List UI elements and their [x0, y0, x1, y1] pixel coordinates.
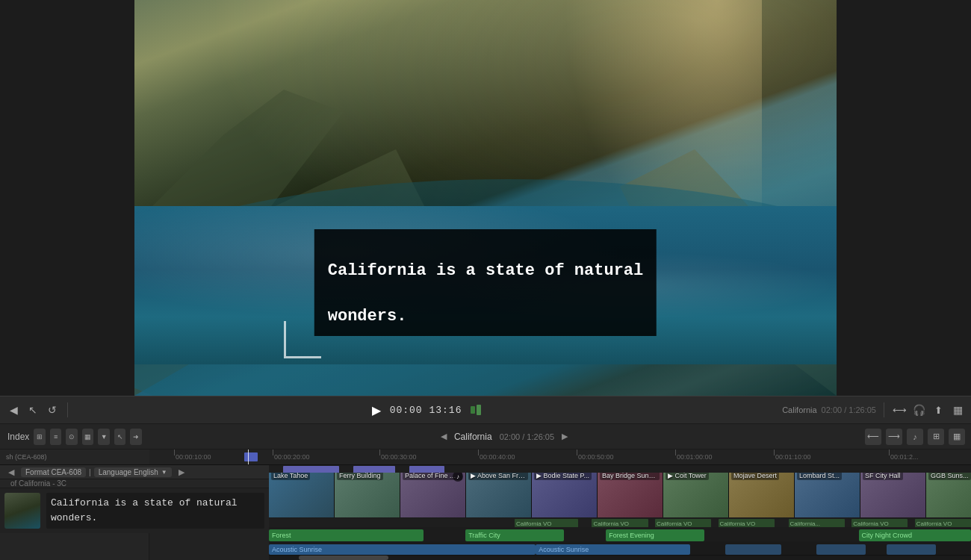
- audio-btn[interactable]: ♪: [907, 429, 923, 445]
- ruler-tick-2: 00:00:20:00: [273, 449, 310, 464]
- bottom-editing-area: ◀ Format CEA-608 | Language English ▼ ▶ …: [0, 464, 971, 560]
- clip-label: GGB Suns...: [928, 473, 971, 480]
- clip-palace[interactable]: Palace of Fine Arts ♪: [400, 473, 466, 518]
- clip-mojave[interactable]: Mojave Desert: [729, 473, 795, 518]
- scroll-right-btn[interactable]: ▶: [562, 432, 568, 441]
- preview-area: California is a state of natural wonders…: [0, 0, 971, 396]
- green-track-forest: Forest: [269, 529, 424, 541]
- video-background: [134, 0, 837, 396]
- subtitle-panel-header: ◀ Format CEA-608 | Language English ▼ ▶: [0, 465, 269, 479]
- clip-sf-city-hall[interactable]: SF City Hall: [860, 473, 926, 518]
- clip-label: Ferry Building: [337, 473, 383, 480]
- clip-ggb[interactable]: GGB Suns...: [926, 473, 971, 518]
- timeline-header-right: ⟵ ⟶ ♪ ⊞ ▦: [859, 429, 971, 445]
- ruler-tick-8: 00:01:2...: [889, 449, 919, 464]
- play-button[interactable]: ▶: [372, 403, 381, 417]
- video-preview[interactable]: California is a state of natural wonders…: [134, 0, 837, 396]
- clip-selection-marker: [244, 452, 258, 461]
- timeline-clip-btn[interactable]: ▦: [82, 429, 94, 445]
- dropdown-btn[interactable]: ▼: [98, 429, 110, 445]
- vu-bar-right: [477, 405, 481, 415]
- green-track-forest-evening: Forest Evening: [606, 529, 704, 541]
- clip-label: Lombard St...: [797, 473, 842, 480]
- clip-bodie[interactable]: ▶ Bodie State P...: [532, 473, 598, 518]
- ruler-tick-6: 00:01:00:00: [675, 449, 713, 464]
- zoom-out-btn[interactable]: ⟵: [865, 429, 881, 445]
- vo-track: California VO: [592, 519, 648, 527]
- clip-label: Mojave Desert: [731, 473, 779, 480]
- clip-view-btn[interactable]: ⊞: [34, 429, 46, 445]
- track-label: sh (CEA-608): [6, 453, 47, 461]
- clip-audio-indicator: ♪: [453, 473, 463, 482]
- toolbar-right: California 02:00 / 1:26:05 ⟷ 🎧 ⬆ ▦: [776, 402, 971, 417]
- tag-view-btn[interactable]: ⊙: [66, 429, 78, 445]
- clip-lombard[interactable]: Lombard St...: [795, 473, 860, 518]
- settings-icon[interactable]: ▦: [950, 402, 965, 417]
- layout-btn[interactable]: ▦: [949, 429, 965, 445]
- ruler-label: sh (CEA-608): [0, 449, 149, 464]
- language-dropdown-icon: ▼: [161, 469, 167, 476]
- caption-track: [269, 465, 971, 473]
- zoom-in-btn[interactable]: ⟶: [886, 429, 902, 445]
- timeline-scrollbar[interactable]: [269, 555, 971, 560]
- zoom-to-fit-icon[interactable]: ⟷: [892, 402, 907, 417]
- clip-ferry-building[interactable]: Ferry Building: [335, 473, 400, 518]
- headphones-icon[interactable]: 🎧: [911, 402, 926, 417]
- panel-prev-btn[interactable]: ◀: [4, 465, 18, 479]
- vo-track: California VO: [655, 519, 711, 527]
- timeline-track-labels: [0, 533, 149, 560]
- language-badge[interactable]: Language English ▼: [94, 467, 172, 477]
- playhead[interactable]: [248, 449, 249, 464]
- left-sidebar-panel: [0, 0, 134, 396]
- clip-label: SF City Hall: [863, 473, 903, 480]
- transport-controls: ▶ 00:00 13:16: [77, 403, 776, 417]
- more-btn[interactable]: ⊞: [928, 429, 944, 445]
- clip-coit-tower[interactable]: ▶ Coit Tower: [663, 473, 729, 518]
- clip-label: ▶ Above San Francisco: [468, 473, 528, 480]
- timeline-name-center: ◀ California 02:00 / 1:26:05 ▶: [149, 432, 859, 442]
- language-label: Language English: [99, 468, 158, 476]
- vo-tracks-row: California VO California VO California V…: [269, 518, 971, 527]
- ruler-tick-5: 00:00:50:00: [577, 449, 614, 464]
- index-label-area: Index ⊞ ≡ ⊙ ▦ ▼ ↖ ➜: [0, 429, 149, 445]
- timeline-ruler: sh (CEA-608) 00:00:10:00 00:00:20:00 00:…: [0, 449, 971, 464]
- audio-track-2: Acoustic Sunrise: [536, 544, 690, 555]
- scrollbar-thumb[interactable]: [299, 556, 388, 560]
- subtitle-text-editor[interactable]: California is a state of natural wonders…: [46, 493, 264, 529]
- cursor-tool-icon[interactable]: ↖: [25, 402, 40, 417]
- vo-track: California VO: [915, 519, 971, 527]
- subtitle-overlay: California is a state of natural wonders…: [314, 229, 657, 336]
- subtitle-project-row: of California - 3C: [0, 479, 269, 488]
- timeline-duration: 02:00 / 1:26:05: [822, 405, 876, 414]
- scroll-left-btn[interactable]: ◀: [441, 432, 447, 441]
- nav-btn[interactable]: ➜: [130, 429, 142, 445]
- back-icon[interactable]: ◀: [6, 402, 21, 417]
- vo-track: California VO: [515, 519, 578, 527]
- export-icon[interactable]: ⬆: [931, 402, 946, 417]
- ruler-track[interactable]: 00:00:10:00 00:00:20:00 00:00:30:00 00:0…: [149, 449, 971, 464]
- format-label: Format CEA-608: [25, 468, 81, 476]
- toolbar: ◀ ↖ ↺ ▶ 00:00 13:16 California 02:00 / 1…: [0, 396, 971, 424]
- track-label-clips: [0, 533, 149, 560]
- vu-meters: [471, 405, 481, 415]
- clip-above-sf[interactable]: ▶ Above San Francisco: [466, 473, 532, 518]
- timeline-info: 02:00 / 1:26:05: [500, 432, 554, 441]
- format-badge[interactable]: Format CEA-608: [21, 467, 86, 477]
- green-track-traffic: Traffic City: [465, 529, 564, 541]
- trim-tool-icon[interactable]: ↺: [45, 402, 60, 417]
- cursor-select-btn[interactable]: ↖: [114, 429, 126, 445]
- clips-timeline: Lake Tahoe Ferry Building Palace of Fine…: [269, 465, 971, 560]
- panel-next-btn[interactable]: ▶: [175, 465, 188, 479]
- caption-segment: [283, 466, 339, 473]
- index-text: Index: [7, 432, 29, 442]
- subtitle-project-label: of California - 3C: [6, 479, 71, 488]
- vo-track: California...: [789, 519, 845, 527]
- right-sidebar-panel: [837, 0, 971, 396]
- audio-tracks-row: Acoustic Sunrise Acoustic Sunrise: [269, 541, 971, 556]
- clip-bay-bridge[interactable]: Bay Bridge Sunset: [598, 473, 663, 518]
- ruler-tick-7: 00:01:10:00: [774, 449, 811, 464]
- list-view-btn[interactable]: ≡: [50, 429, 62, 445]
- subtitle-thumbnail: [4, 493, 40, 529]
- clip-lake-tahoe[interactable]: Lake Tahoe: [269, 473, 335, 518]
- ruler-tick-3: 00:00:30:00: [379, 449, 417, 464]
